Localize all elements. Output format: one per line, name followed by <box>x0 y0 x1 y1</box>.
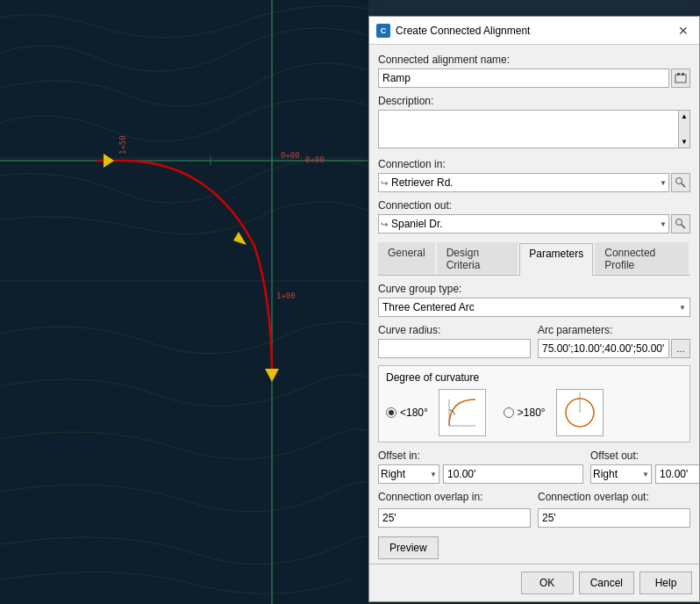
help-button[interactable]: Help <box>639 572 692 594</box>
svg-text:0+00: 0+00 <box>305 155 325 164</box>
offset-in-group: Offset in: Right ▼ <box>378 449 583 484</box>
create-connected-alignment-dialog: C Create Connected Alignment ✕ Connected… <box>368 16 700 602</box>
cad-background: 0+00 0+00 1+50 1+00 <box>0 0 368 604</box>
svg-point-18 <box>676 219 682 226</box>
connection-out-label: Connection out: <box>378 199 690 212</box>
offset-in-select-value: Right <box>381 468 405 480</box>
svg-marker-6 <box>104 154 114 168</box>
arc-params-input[interactable] <box>538 339 669 358</box>
curve-group-value: Three Centered Arc <box>382 301 475 313</box>
svg-line-17 <box>682 183 686 188</box>
offset-in-select[interactable]: Right ▼ <box>378 464 439 484</box>
alignment-name-input[interactable] <box>378 68 669 88</box>
svg-line-19 <box>682 225 686 229</box>
connection-in-select[interactable]: ↪ Retriever Rd. ▼ <box>378 173 669 192</box>
description-scrollbar: ▲ ▼ <box>678 110 690 148</box>
curve-radius-input[interactable] <box>378 339 531 358</box>
radio-less180-option[interactable]: <180° <box>386 406 428 419</box>
arc-params-label: Arc parameters: <box>538 324 690 336</box>
svg-rect-15 <box>682 73 684 76</box>
arc-params-button[interactable]: … <box>671 339 690 358</box>
svg-rect-20 <box>440 391 484 435</box>
radio-more180-option[interactable]: >180° <box>504 406 546 419</box>
connection-out-select[interactable]: ↪ Spaniel Dr. ▼ <box>378 214 669 234</box>
svg-text:1+50: 1+50 <box>118 135 127 155</box>
tabs-row: General Design Criteria Parameters Conne… <box>378 242 690 276</box>
dialog-footer: OK Cancel Help <box>369 564 699 601</box>
arc-params-row: … <box>538 339 690 358</box>
conn-overlap-in-label: Connection overlap in: <box>378 491 531 503</box>
dialog-app-icon: C <box>376 24 390 38</box>
curve-diagram-more180 <box>556 389 604 436</box>
offset-out-select[interactable]: Right ▼ <box>590 464 652 484</box>
dialog-title-left: C Create Connected Alignment <box>376 24 530 38</box>
connection-in-value: Retriever Rd. <box>391 176 454 189</box>
conn-overlap-out-input[interactable] <box>538 508 690 528</box>
connection-in-row: ↪ Retriever Rd. ▼ <box>378 173 690 192</box>
dialog-title: Create Connected Alignment <box>396 25 530 37</box>
radio-less180-label: <180° <box>400 406 428 419</box>
radio-more180-label: >180° <box>518 406 546 419</box>
offset-in-inner: Right ▼ <box>378 464 583 484</box>
offset-row: Offset in: Right ▼ Offset out: Right <box>378 449 690 484</box>
tab-connected-profile[interactable]: Connected Profile <box>595 242 689 275</box>
svg-marker-7 <box>233 232 246 245</box>
offset-out-select-value: Right <box>593 468 618 480</box>
connection-out-browse-button[interactable] <box>671 214 690 234</box>
alignment-name-label: Connected alignment name: <box>378 54 690 66</box>
cancel-button[interactable]: Cancel <box>579 572 634 594</box>
svg-rect-14 <box>677 73 680 76</box>
curvature-title: Degree of curvature <box>386 371 682 384</box>
conn-overlap-out-group: Connection overlap out: <box>538 491 690 528</box>
svg-marker-8 <box>265 369 279 382</box>
offset-out-label: Offset out: <box>590 449 699 462</box>
description-label: Description: <box>378 95 690 107</box>
tab-design-criteria[interactable]: Design Criteria <box>437 242 518 275</box>
description-input[interactable] <box>378 110 690 148</box>
curve-group-select[interactable]: Three Centered Arc ▼ <box>378 298 690 317</box>
connection-out-row: ↪ Spaniel Dr. ▼ <box>378 214 690 234</box>
ok-button[interactable]: OK <box>521 572 574 594</box>
alignment-name-browse-button[interactable] <box>671 68 690 88</box>
svg-text:1+00: 1+00 <box>276 291 296 300</box>
curve-radius-label: Curve radius: <box>378 324 531 336</box>
connection-out-icon: ↪ <box>381 219 388 229</box>
svg-point-16 <box>676 178 682 184</box>
alignment-name-field-row <box>378 68 690 88</box>
curve-group-arrow: ▼ <box>679 304 686 312</box>
radio-less180-circle <box>386 407 396 418</box>
tab-parameters[interactable]: Parameters <box>519 243 593 276</box>
dialog-body: Connected alignment name: Description: ▲… <box>369 45 699 564</box>
connection-out-value: Spaniel Dr. <box>391 218 443 230</box>
preview-row: Preview <box>378 536 690 559</box>
connection-in-icon: ↪ <box>381 178 388 188</box>
tab-general[interactable]: General <box>378 242 435 275</box>
curve-diagram-less180 <box>439 389 486 436</box>
preview-button[interactable]: Preview <box>378 536 439 559</box>
offset-in-label: Offset in: <box>378 449 583 462</box>
connection-out-arrow: ▼ <box>660 220 667 228</box>
connection-in-label: Connection in: <box>378 158 690 170</box>
connection-in-browse-button[interactable] <box>671 173 690 192</box>
dialog-titlebar: C Create Connected Alignment ✕ <box>369 17 699 45</box>
connection-in-arrow: ▼ <box>660 179 667 187</box>
conn-overlap-in-group: Connection overlap in: <box>378 491 531 528</box>
conn-overlap-out-label: Connection overlap out: <box>538 491 690 503</box>
curve-arc-row: Curve radius: Arc parameters: … <box>378 324 690 358</box>
curve-radius-group: Curve radius: <box>378 324 531 358</box>
offset-out-group: Offset out: Right ▼ <box>590 449 699 484</box>
conn-overlap-in-input[interactable] <box>378 508 531 528</box>
degree-of-curvature-section: Degree of curvature <180° <box>378 365 690 442</box>
svg-text:0+00: 0+00 <box>281 151 300 160</box>
offset-in-input[interactable] <box>443 464 583 484</box>
offset-out-input[interactable] <box>655 464 699 484</box>
svg-rect-13 <box>675 75 686 83</box>
arc-params-group: Arc parameters: … <box>538 324 690 358</box>
curvature-options: <180° <box>386 389 682 436</box>
parameters-section: Curve group type: Three Centered Arc ▼ C… <box>378 283 690 559</box>
close-button[interactable]: ✕ <box>675 22 692 40</box>
overlap-row: Connection overlap in: Connection overla… <box>378 491 690 528</box>
offset-out-inner: Right ▼ <box>590 464 699 484</box>
curve-group-label: Curve group type: <box>378 283 690 295</box>
radio-more180-circle <box>504 407 514 418</box>
